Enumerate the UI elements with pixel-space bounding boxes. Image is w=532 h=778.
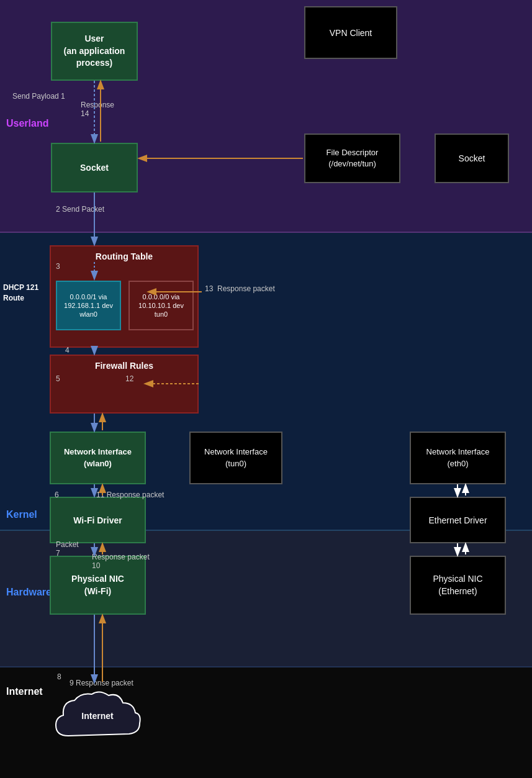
net-iface-wlan-label: Network Interface (wlan0) bbox=[64, 446, 132, 469]
internet-cloud: Internet bbox=[50, 683, 146, 751]
wifi-driver-box: Wi-Fi Driver bbox=[50, 497, 146, 543]
step4-label: 4 bbox=[65, 346, 70, 355]
socket-userland-label: Socket bbox=[80, 163, 109, 173]
packet-7-label: Packet7 bbox=[56, 540, 79, 558]
net-iface-eth-box: Network Interface (eth0) bbox=[410, 432, 506, 484]
ethernet-driver-label: Ethernet Driver bbox=[428, 515, 487, 525]
step3-label: 3 bbox=[56, 262, 60, 271]
send-payload-label: Send Payload 1 bbox=[12, 92, 65, 101]
user-label: User (an application process) bbox=[64, 33, 125, 70]
step5-label: 5 bbox=[56, 374, 60, 383]
ethernet-driver-box: Ethernet Driver bbox=[410, 497, 506, 543]
response-packet-11-label: 11 Response packet bbox=[96, 491, 164, 499]
file-descriptor-label: File Descriptor (/dev/net/tun) bbox=[327, 147, 379, 170]
response-packet-13-label: 13 Response packet bbox=[205, 284, 275, 293]
response-packet-9-label: 9 Response packet bbox=[70, 679, 133, 687]
net-iface-tun-box: Network Interface (tun0) bbox=[189, 432, 282, 484]
firewall-rules-box: Firewall Rules 5 12 bbox=[50, 355, 199, 414]
route-wlan-box: 0.0.0.0/1 via 192.168.1.1 dev wlan0 bbox=[56, 281, 121, 330]
response-label: Response14 bbox=[81, 101, 114, 118]
net-iface-eth-label: Network Interface (eth0) bbox=[426, 446, 490, 469]
kernel-label: Kernel bbox=[6, 509, 37, 520]
physical-nic-eth-label: Physical NIC (Ethernet) bbox=[433, 573, 482, 597]
route-wlan-label: 0.0.0.0/1 via 192.168.1.1 dev wlan0 bbox=[64, 292, 113, 319]
net-iface-wlan-box: Network Interface (wlan0) bbox=[50, 432, 146, 484]
wifi-driver-label: Wi-Fi Driver bbox=[73, 515, 122, 525]
firewall-rules-label: Firewall Rules bbox=[95, 361, 153, 371]
dhcp-label: DHCP 121 Route bbox=[3, 283, 38, 304]
userland-label: Userland bbox=[6, 118, 48, 129]
send-packet-label: 2 Send Packet bbox=[56, 205, 104, 214]
step12-label: 12 bbox=[125, 374, 133, 383]
physical-nic-wifi-label: Physical NIC (Wi-Fi) bbox=[71, 573, 124, 597]
route-tun-box: 0.0.0.0/0 via 10.10.10.1 dev tun0 bbox=[128, 281, 194, 330]
file-descriptor-box: File Descriptor (/dev/net/tun) bbox=[304, 133, 400, 183]
user-box: User (an application process) bbox=[51, 22, 138, 81]
step6-label: 6 bbox=[55, 491, 59, 499]
vpn-client-box: VPN Client bbox=[304, 6, 397, 59]
hardware-label: Hardware bbox=[6, 587, 52, 598]
physical-nic-eth-box: Physical NIC (Ethernet) bbox=[410, 556, 506, 615]
svg-text:Internet: Internet bbox=[81, 711, 114, 721]
route-tun-label: 0.0.0.0/0 via 10.10.10.1 dev tun0 bbox=[138, 292, 184, 319]
socket-userland-box: Socket bbox=[51, 143, 138, 192]
net-iface-tun-label: Network Interface (tun0) bbox=[204, 446, 268, 469]
socket-vpn-box: Socket bbox=[435, 133, 509, 183]
internet-label: Internet bbox=[6, 686, 43, 697]
routing-table-box: Routing Table 3 0.0.0.0/1 via 192.168.1.… bbox=[50, 245, 199, 348]
response-packet-10-label: Response packet10 bbox=[92, 553, 150, 570]
step8-label: 8 bbox=[57, 672, 61, 681]
vpn-client-label: VPN Client bbox=[330, 28, 372, 38]
routing-table-label: Routing Table bbox=[96, 251, 153, 261]
socket-vpn-label: Socket bbox=[459, 153, 485, 163]
